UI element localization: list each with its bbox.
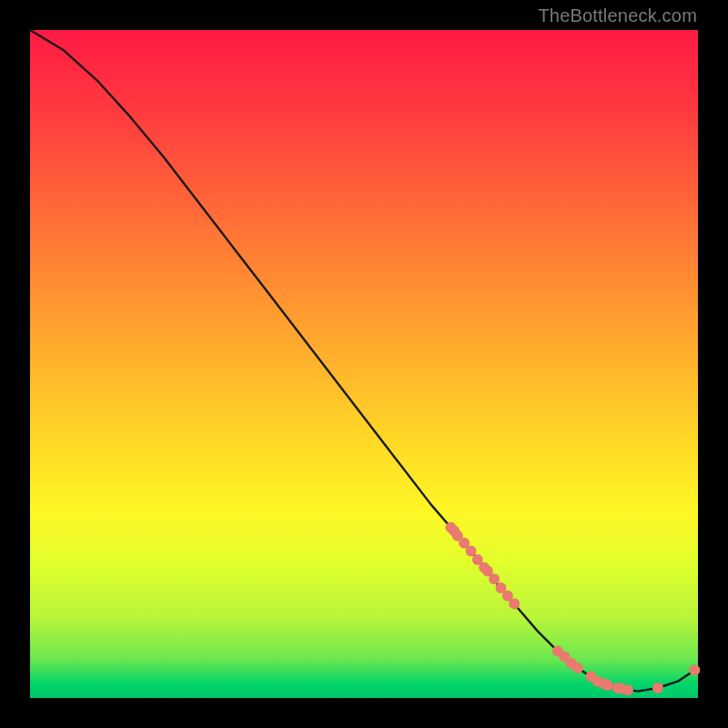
curve-line	[30, 30, 698, 692]
scatter-dots	[445, 522, 700, 695]
scatter-dot	[602, 680, 613, 691]
chart-frame: TheBottleneck.com	[0, 0, 728, 728]
scatter-dot	[465, 546, 476, 557]
scatter-dot	[622, 684, 633, 695]
scatter-dot	[652, 682, 663, 693]
watermark-label: TheBottleneck.com	[538, 5, 697, 26]
scatter-dot	[572, 662, 583, 673]
scatter-dot	[509, 599, 520, 610]
scatter-dot	[489, 573, 500, 584]
scatter-dot	[689, 664, 700, 675]
chart-svg	[30, 30, 698, 698]
plot-area	[30, 30, 698, 698]
